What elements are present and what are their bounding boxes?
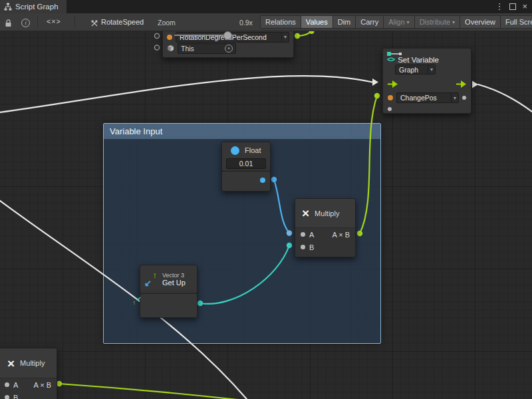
float-value-field[interactable]: 0.01 [226,158,266,169]
variables-icon: <> [387,56,394,64]
button-label: Carry [360,18,378,26]
distribute-button[interactable]: Distribute▾ [415,15,460,29]
variable-name-dropdown[interactable]: RotationDegreesPerSecond ▾ [176,32,289,43]
overview-button[interactable]: Overview [460,15,501,29]
node-multiply-bottom[interactable]: × Multiply A A × B B [0,348,57,399]
port-set-variable-value-out[interactable] [462,96,466,100]
title-bar: Script Graph ⋮ × [0,0,532,14]
fullscreen-button[interactable]: Full Screen [501,15,532,29]
input-b-label: B [309,243,314,251]
node-title: Multiply [20,359,45,367]
node-set-variable[interactable]: <> Set Variable Graph ▾ ChangePos ▾ [382,48,471,114]
variable-kind-dot [167,35,172,40]
dropdown-value: ChangePos [400,94,437,102]
variable-kind-dot [388,95,393,100]
button-label: Relations [265,18,296,26]
float-type-icon [231,146,239,155]
multiply-icon: × [302,207,309,219]
button-label: Values [306,18,328,26]
align-button[interactable]: Align▾ [384,15,414,29]
window-tab-script-graph[interactable]: Script Graph [0,0,66,13]
node-type-label: Vector 3 [162,272,186,279]
zoom-value: 0.9x [239,19,253,27]
set-variable-name-dropdown[interactable]: ChangePos ▾ [396,92,459,103]
dropdown-value: Graph [399,66,418,74]
toolbar-button-group: Relations Values Dim Carry Align▾ Distri… [260,15,532,29]
gameobject-cube-icon [167,45,174,52]
window-tab-title: Script Graph [15,3,59,11]
group-header[interactable]: Variable Input [104,124,380,139]
node-float-body[interactable] [221,171,271,192]
multiply-icon: × [7,357,15,370]
values-button[interactable]: Values [301,15,333,29]
chevron-down-icon: ▾ [281,33,289,42]
output-label: A × B [332,231,350,239]
window-maximize-button[interactable] [509,1,516,13]
input-a-label: A [13,381,18,389]
node-title: Set Variable [398,56,439,64]
input-b-label: B [13,394,18,399]
dim-button[interactable]: Dim [333,15,356,29]
window-close-button[interactable]: × [522,0,527,13]
input-b-dot[interactable] [301,245,305,249]
node-multiply[interactable]: × Multiply A A × B B [295,198,356,257]
lock-icon[interactable] [5,18,12,30]
variable-scope-dropdown[interactable]: Graph ▾ [395,65,436,74]
carry-button[interactable]: Carry [356,15,384,29]
node-title: Multiply [315,209,339,217]
button-label: Full Screen [505,18,532,26]
button-label: Align [388,18,404,26]
window-controls: ⋮ × [495,0,532,13]
chevron-down-icon: ▾ [428,65,435,74]
button-label: Overview [465,18,495,26]
script-graph-icon [4,3,12,11]
port-dot[interactable] [388,107,392,111]
clear-target-icon[interactable]: × [225,45,233,53]
input-a-dot[interactable] [301,232,305,237]
chevron-down-icon: ▾ [451,93,458,102]
chevron-down-icon: ▾ [407,19,410,25]
output-label: A × B [33,381,51,389]
target-object-value: This [181,45,194,53]
info-icon[interactable]: i [21,19,30,27]
relations-button[interactable]: Relations [260,15,301,29]
flow-in-arrow-icon[interactable] [388,80,398,88]
code-toggle-icon[interactable]: <×> [47,18,61,26]
input-a-dot[interactable] [5,382,9,387]
float-out-dot[interactable] [260,178,265,183]
float-value: 0.01 [239,160,253,168]
chevron-down-icon: ▾ [452,19,455,25]
zoom-slider-handle[interactable] [223,31,232,40]
input-b-dot[interactable] [5,395,9,399]
node-get-up-header[interactable]: ↑ ↙ Vector 3 Get Up [140,265,198,294]
graph-asset-icon [90,18,98,30]
window-menu-button[interactable]: ⋮ [495,0,503,13]
graph-toolbar: i <×> RotateSpeed Zoom 0.9x Relations Va… [0,13,532,31]
button-label: Dim [338,18,351,26]
flow-out-arrow-icon[interactable] [456,80,466,88]
node-float-header[interactable]: Float 0.01 [221,142,271,172]
input-a-label: A [309,231,314,239]
group-title: Variable Input [110,126,162,136]
node-title: Float [245,146,261,154]
graph-name-label: RotateSpeed [101,18,144,26]
zoom-label: Zoom [158,19,176,27]
button-label: Distribute [420,18,450,26]
node-title: Get Up [162,279,186,287]
vector3-icon: ↑ ↙ [144,273,158,286]
node-get-up-body[interactable]: ↑ ↙ [140,293,198,318]
target-object-field[interactable]: This × [178,43,236,54]
